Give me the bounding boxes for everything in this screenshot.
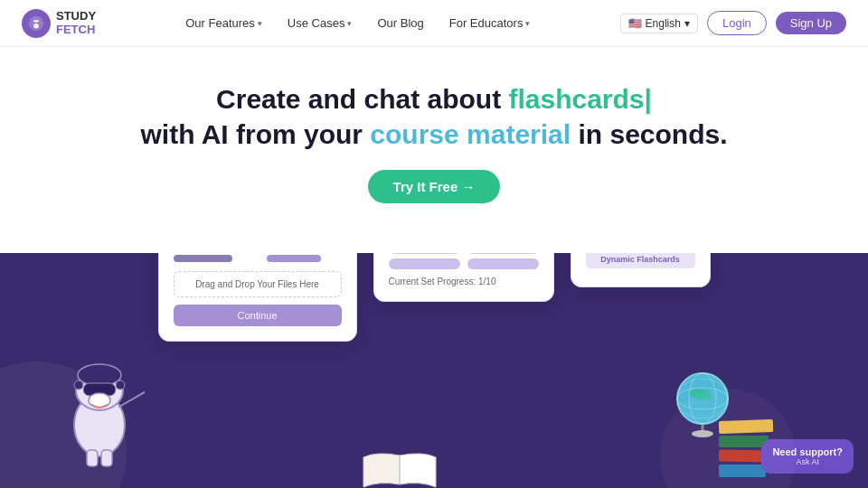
chevron-down-icon: ▾ (684, 17, 690, 30)
support-widget[interactable]: Need support? Ask AI (761, 439, 854, 474)
svg-point-4 (78, 364, 121, 386)
svg-rect-11 (101, 450, 112, 466)
support-sub: Ask AI (772, 457, 843, 466)
flashcard-type-card: Select Flashcard Type Basic Flashcards D… (571, 253, 711, 287)
quiz-bar (467, 253, 539, 254)
signup-button[interactable]: Sign Up (776, 12, 846, 34)
bottom-section: Create a study set → Drag a (0, 253, 868, 488)
chevron-icon: ▾ (347, 19, 352, 28)
quiz-bar (467, 258, 539, 269)
nav-links: Our Features ▾ Use Cases ▾ Our Blog For … (185, 16, 530, 30)
robot-mascot (54, 325, 145, 470)
hero-headline: Create and chat about flashcards| with A… (127, 81, 741, 152)
navbar: STUDY FETCH Our Features ▾ Use Cases ▾ O… (0, 0, 868, 47)
svg-point-14 (677, 373, 728, 424)
support-title: Need support? (772, 446, 843, 457)
svg-rect-10 (87, 450, 98, 466)
login-button[interactable]: Login (707, 11, 767, 35)
nav-features[interactable]: Our Features ▾ (185, 16, 262, 30)
svg-point-8 (116, 380, 125, 389)
svg-point-13 (692, 430, 713, 437)
nav-right: 🇺🇸 English ▾ Login Sign Up (620, 11, 846, 35)
quiz-progress: Current Set Progress: 1/10 (389, 277, 539, 286)
svg-point-7 (74, 380, 83, 389)
study-set-card: Create a study set → Drag a (158, 253, 357, 342)
logo-icon (22, 9, 51, 38)
lang-label: English (646, 17, 681, 30)
globe-decoration (671, 367, 734, 443)
logo-text: STUDY FETCH (56, 10, 96, 36)
hero-section: Create and chat about flashcards| with A… (0, 47, 868, 203)
svg-point-1 (33, 23, 38, 28)
open-book (359, 446, 440, 488)
quiz-card: Interactive Quizzes Current Set Progress… (373, 253, 554, 302)
nav-use-cases[interactable]: Use Cases ▾ (288, 16, 353, 30)
dynamic-flashcards-button[interactable]: Dynamic Flashcards (586, 253, 695, 268)
nav-educators[interactable]: For Educators ▾ (449, 16, 531, 30)
flag-icon: 🇺🇸 (628, 17, 642, 30)
quiz-bar (389, 253, 460, 254)
nav-blog[interactable]: Our Blog (377, 16, 423, 30)
books-stack (719, 420, 773, 477)
language-selector[interactable]: 🇺🇸 English ▾ (620, 14, 698, 33)
drag-drop-zone[interactable]: Drag and Drop Your Files Here (174, 271, 342, 297)
try-free-button[interactable]: Try It Free → (368, 170, 501, 203)
chevron-icon: ▾ (525, 19, 530, 28)
chevron-icon: ▾ (258, 19, 262, 28)
quiz-bar (389, 258, 460, 269)
logo-link[interactable]: STUDY FETCH (22, 9, 96, 38)
continue-button[interactable]: Continue (174, 305, 342, 326)
